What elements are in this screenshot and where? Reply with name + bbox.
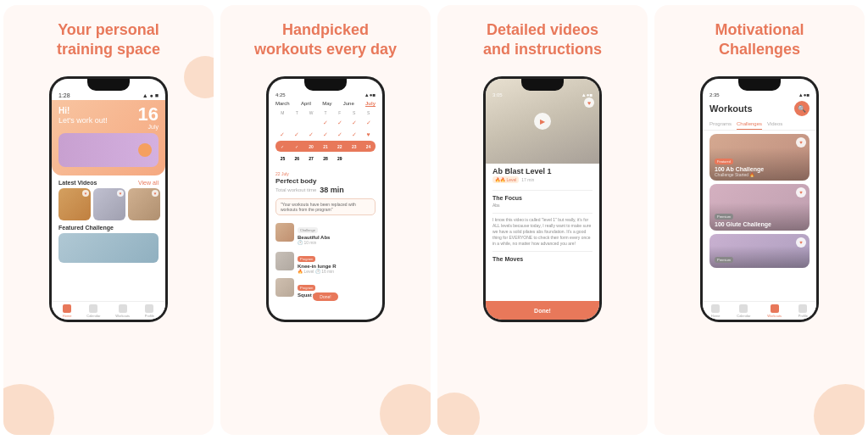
p2-cell-25[interactable]: 28 bbox=[319, 153, 333, 164]
p2-cell-5[interactable] bbox=[332, 117, 347, 128]
p2-cell-17[interactable]: 20 bbox=[304, 141, 319, 152]
p4-card-2-heart[interactable]: ♥ bbox=[796, 187, 806, 198]
p1-video-2[interactable]: ♥ bbox=[93, 188, 125, 220]
p2-cell-3[interactable] bbox=[304, 117, 319, 128]
p2-cell-10[interactable] bbox=[304, 129, 319, 140]
p1-heart-2[interactable]: ♥ bbox=[117, 190, 124, 197]
p1-view-all[interactable]: View all bbox=[138, 180, 159, 186]
p1-heart-1[interactable]: ♥ bbox=[82, 190, 89, 197]
p2-date-label: 22 July bbox=[275, 171, 376, 176]
p2-plan-name: Perfect body bbox=[275, 177, 376, 185]
p4-nav-home[interactable]: Home bbox=[711, 304, 721, 318]
p3-video[interactable]: 3:05 ▲●■ ▶ ♥ bbox=[486, 79, 599, 164]
p4-nav-cal-label: Calendar bbox=[737, 314, 750, 318]
p2-month-april[interactable]: April bbox=[301, 101, 311, 107]
p1-nav-calendar[interactable]: Calendar bbox=[86, 304, 100, 318]
p4-tab-challenges[interactable]: Challenges bbox=[737, 120, 762, 130]
p2-cell-14[interactable]: ♥ bbox=[361, 129, 376, 140]
p4-tab-videos[interactable]: Videos bbox=[767, 120, 782, 130]
p4-nav-calendar[interactable]: Calendar bbox=[737, 304, 750, 318]
p2-cell-22[interactable]: 25 bbox=[275, 153, 290, 164]
p1-lets-work: Let's work out! bbox=[58, 116, 108, 126]
p4-card-2[interactable]: Premium 100 Glute Challenge ♥ bbox=[709, 184, 810, 231]
p4-card-2-name: 100 Glute Challenge bbox=[715, 221, 804, 227]
p2-cell-1[interactable] bbox=[275, 117, 290, 128]
p2-done-btn[interactable]: Done! bbox=[313, 292, 338, 301]
p2-cell-13[interactable] bbox=[347, 129, 361, 140]
p1-heart-3[interactable]: ♥ bbox=[152, 190, 159, 197]
p2-cell-9[interactable] bbox=[290, 129, 304, 140]
p4-search-button[interactable]: 🔍 bbox=[794, 101, 810, 116]
p2-cell-19[interactable]: 22 bbox=[332, 141, 347, 152]
p2-month-may[interactable]: May bbox=[322, 101, 331, 107]
p3-play-button[interactable]: ▶ bbox=[534, 113, 551, 130]
p2-month-june[interactable]: June bbox=[343, 101, 354, 107]
p1-video-1[interactable]: ♥ bbox=[58, 188, 91, 220]
p2-cell-23[interactable]: 26 bbox=[290, 153, 304, 164]
p4-card-1-heart[interactable]: ♥ bbox=[796, 137, 806, 148]
p2-exercise-2[interactable]: Program Knee-in lunge R 🔥 Level 🕐 16 min bbox=[269, 247, 382, 276]
p4-nav-prof-label: Profile bbox=[798, 314, 808, 318]
p2-cell-7[interactable] bbox=[361, 117, 376, 128]
p1-nav-workouts[interactable]: Workouts bbox=[115, 304, 130, 318]
p2-cell-21[interactable]: 24 bbox=[361, 141, 376, 152]
p4-nav-workouts[interactable]: Workouts bbox=[767, 304, 782, 318]
p2-cell-4[interactable] bbox=[319, 117, 333, 128]
p2-cell-12[interactable] bbox=[332, 129, 347, 140]
p1-featured-card[interactable] bbox=[58, 233, 159, 263]
p2-month-march[interactable]: March bbox=[275, 101, 290, 107]
p2-cal-months: March April May June July bbox=[269, 99, 382, 109]
p1-month: July bbox=[138, 124, 159, 130]
p2-cell-18[interactable]: 21 bbox=[319, 141, 333, 152]
p1-video-3[interactable]: ♥ bbox=[128, 188, 160, 220]
p2-exercise-1[interactable]: Challenge Beautiful Abs 🕐 10 min bbox=[269, 218, 382, 247]
p1-time: 1:28 bbox=[58, 92, 70, 98]
p2-day-f: F bbox=[332, 110, 347, 115]
panel-1-title: Your personal training space bbox=[57, 20, 160, 66]
p2-cell-20[interactable]: 23 bbox=[347, 141, 361, 152]
p4-card-1[interactable]: Featured 100 Ab Challenge Challenge Star… bbox=[709, 134, 810, 181]
p4-header: Workouts 🔍 bbox=[703, 99, 816, 120]
p2-cell-15[interactable]: ✓ bbox=[275, 141, 290, 152]
p3-level-badge: 🔥🔥 Level bbox=[492, 176, 519, 183]
p4-nav-profile[interactable]: Profile bbox=[798, 304, 808, 318]
p1-nav-profile[interactable]: Profile bbox=[145, 304, 154, 318]
p4-tab-programs[interactable]: Programs bbox=[709, 120, 732, 130]
p3-duration: 17 min bbox=[521, 177, 534, 182]
phone-4-notch bbox=[738, 79, 781, 91]
p1-videos-label: Latest Videos bbox=[58, 180, 97, 186]
p2-cal-grid: M T W T F S S bbox=[269, 109, 382, 166]
p2-cell-16[interactable]: ✓ bbox=[290, 141, 304, 152]
p1-nav-wo-label: Workouts bbox=[115, 314, 130, 318]
p1-home-icon bbox=[63, 304, 71, 313]
p2-day-t: T bbox=[290, 110, 304, 115]
p1-featured-label: Featured Challenge bbox=[52, 220, 165, 233]
p2-day-t2: T bbox=[319, 110, 333, 115]
p3-desc-section: I know this video is called "level 1" bu… bbox=[486, 215, 599, 248]
p4-card-3-badge: Premium bbox=[715, 257, 733, 263]
p2-notification: "Your workouts have been replaced with w… bbox=[275, 198, 376, 215]
p2-cell-8[interactable] bbox=[275, 129, 290, 140]
phone-1: 1:28 ▲ ● ■ Hi! Let's work out! 16 July bbox=[49, 76, 168, 322]
p2-cell-6[interactable] bbox=[347, 117, 361, 128]
p2-cell-2[interactable] bbox=[290, 117, 304, 128]
p4-card-3-heart[interactable]: ♥ bbox=[796, 237, 806, 248]
p2-ex-detail-1: 🕐 10 min bbox=[298, 240, 376, 245]
p3-done-button[interactable]: Done! bbox=[534, 308, 551, 314]
p4-card-3[interactable]: Premium ♥ bbox=[709, 234, 810, 268]
p2-month-july[interactable]: July bbox=[365, 101, 376, 107]
p2-week-4: 25 26 27 28 29 bbox=[275, 153, 376, 164]
p2-cell-26[interactable]: 29 bbox=[332, 153, 347, 164]
p1-bottom-nav: Home Calendar Workouts Profile bbox=[52, 301, 165, 320]
p1-videos-header: Latest Videos View all bbox=[52, 175, 165, 188]
p1-greeting: Hi! Let's work out! bbox=[58, 105, 108, 126]
p1-nav-home-label: Home bbox=[63, 314, 72, 318]
p3-workout-name: Ab Blast Level 1 bbox=[492, 167, 593, 175]
p1-nav-prof-label: Profile bbox=[145, 314, 154, 318]
p2-cell-24[interactable]: 27 bbox=[304, 153, 319, 164]
p1-video-list: ♥ ♥ ♥ bbox=[52, 188, 165, 220]
p1-date: 16 July bbox=[138, 105, 159, 130]
p1-nav-home[interactable]: Home bbox=[63, 304, 72, 318]
p2-cell-11[interactable] bbox=[319, 129, 333, 140]
p2-week-2: ♥ bbox=[275, 129, 376, 140]
